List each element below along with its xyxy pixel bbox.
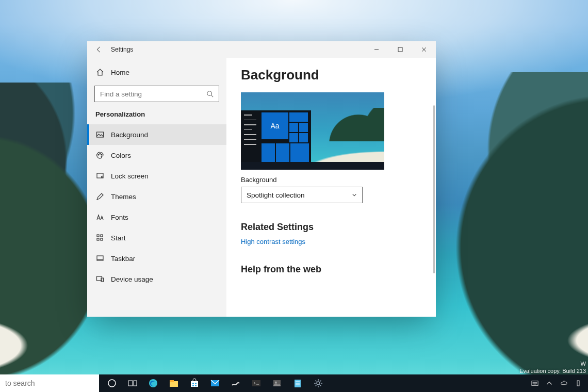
notepad-icon[interactable] bbox=[292, 378, 303, 389]
content-pane: Background bbox=[226, 58, 436, 317]
fonts-icon bbox=[95, 213, 105, 222]
taskbar-search-field[interactable] bbox=[5, 379, 95, 387]
svg-rect-0 bbox=[398, 47, 402, 52]
tray-overflow-icon[interactable] bbox=[545, 379, 554, 388]
watermark: W Evaluation copy. Build 213 bbox=[519, 360, 586, 374]
home-icon bbox=[95, 68, 105, 77]
svg-rect-20 bbox=[170, 380, 174, 382]
maximize-button[interactable] bbox=[388, 41, 412, 58]
svg-point-5 bbox=[101, 154, 102, 155]
svg-rect-11 bbox=[101, 238, 103, 240]
terminal-icon[interactable] bbox=[251, 378, 262, 389]
back-button[interactable] bbox=[87, 41, 111, 58]
store-icon[interactable] bbox=[189, 378, 200, 389]
sidebar-item-label: Colors bbox=[111, 152, 131, 159]
settings-taskbar-icon[interactable] bbox=[313, 378, 324, 389]
sidebar-item-label: Device usage bbox=[111, 275, 153, 283]
watermark-line: Evaluation copy. Build 213 bbox=[519, 367, 586, 374]
search-icon bbox=[206, 90, 214, 97]
section-header: Personalization bbox=[87, 107, 226, 124]
svg-rect-14 bbox=[101, 278, 104, 282]
watermark-line: W bbox=[519, 360, 586, 367]
svg-rect-21 bbox=[191, 381, 198, 387]
settings-window: Settings Home bbox=[87, 41, 436, 317]
svg-rect-24 bbox=[192, 385, 194, 386]
scrollbar-thumb[interactable] bbox=[433, 105, 435, 273]
taskbar-search[interactable] bbox=[0, 374, 99, 392]
device-icon bbox=[95, 274, 105, 284]
picture-icon bbox=[95, 130, 105, 139]
help-from-web-header: Help from the web bbox=[241, 264, 421, 275]
taskbar-icon bbox=[95, 254, 105, 263]
mail-icon[interactable] bbox=[209, 378, 221, 389]
taskbar bbox=[0, 374, 588, 392]
svg-point-4 bbox=[100, 153, 101, 154]
sidebar-item-label: Lock screen bbox=[111, 172, 149, 180]
svg-rect-23 bbox=[195, 383, 197, 384]
sidebar-item-themes[interactable]: Themes bbox=[87, 186, 226, 207]
svg-rect-2 bbox=[97, 132, 104, 137]
background-dropdown[interactable]: Spotlight collection bbox=[241, 187, 363, 203]
close-button[interactable] bbox=[412, 41, 436, 58]
background-dropdown-label: Background bbox=[241, 176, 421, 184]
sidebar-item-taskbar[interactable]: Taskbar bbox=[87, 248, 226, 269]
svg-rect-22 bbox=[192, 383, 194, 384]
desktop: W Evaluation copy. Build 213 Settings bbox=[0, 0, 588, 392]
edge-icon[interactable] bbox=[148, 378, 159, 389]
preview-start-menu: Aa bbox=[241, 110, 311, 162]
task-view-icon[interactable] bbox=[127, 378, 138, 389]
minimize-button[interactable] bbox=[365, 41, 388, 58]
preview-tile-text: Aa bbox=[270, 122, 279, 130]
palette-icon bbox=[95, 151, 105, 160]
tray-input-indicator[interactable] bbox=[530, 379, 540, 388]
related-settings-header: Related Settings bbox=[241, 222, 421, 233]
photo-icon[interactable] bbox=[271, 378, 283, 389]
explorer-icon[interactable] bbox=[168, 378, 179, 389]
sidebar-item-device-usage[interactable]: Device usage bbox=[87, 269, 226, 289]
svg-point-3 bbox=[98, 154, 99, 155]
svg-rect-17 bbox=[134, 381, 137, 386]
cortana-icon[interactable] bbox=[106, 378, 118, 389]
home-button[interactable]: Home bbox=[87, 62, 226, 83]
pencil-icon bbox=[95, 192, 105, 201]
svg-rect-33 bbox=[577, 381, 579, 386]
page-title: Background bbox=[241, 67, 421, 83]
window-title: Settings bbox=[111, 46, 133, 53]
chevron-down-icon bbox=[352, 192, 357, 198]
system-tray bbox=[525, 374, 588, 392]
search-input[interactable] bbox=[94, 86, 219, 102]
svg-point-1 bbox=[207, 91, 212, 96]
svg-point-31 bbox=[317, 382, 320, 385]
sidebar-item-fonts[interactable]: Fonts bbox=[87, 207, 226, 227]
titlebar: Settings bbox=[87, 41, 436, 58]
sidebar: Home Personalization Background bbox=[87, 58, 226, 317]
svg-point-7 bbox=[101, 176, 103, 177]
sidebar-item-lockscreen[interactable]: Lock screen bbox=[87, 166, 226, 186]
background-preview: Aa bbox=[241, 92, 384, 170]
svg-rect-12 bbox=[97, 256, 103, 260]
svg-rect-10 bbox=[97, 238, 99, 240]
home-label: Home bbox=[111, 69, 129, 76]
whiteboard-icon[interactable] bbox=[230, 378, 241, 389]
svg-point-15 bbox=[108, 380, 116, 387]
sidebar-item-label: Background bbox=[111, 131, 148, 139]
sidebar-item-colors[interactable]: Colors bbox=[87, 145, 226, 166]
search-field[interactable] bbox=[100, 90, 206, 98]
svg-rect-6 bbox=[97, 173, 103, 178]
high-contrast-link[interactable]: High contrast settings bbox=[241, 238, 305, 246]
tray-unknown-icon[interactable] bbox=[574, 379, 583, 388]
grid-icon bbox=[95, 233, 105, 242]
sidebar-item-label: Themes bbox=[111, 193, 136, 201]
svg-rect-27 bbox=[252, 380, 260, 386]
sidebar-item-label: Fonts bbox=[111, 214, 128, 221]
sidebar-item-start[interactable]: Start bbox=[87, 227, 226, 248]
sidebar-item-label: Taskbar bbox=[111, 255, 135, 263]
lockscreen-icon bbox=[95, 171, 105, 181]
tray-onedrive-icon[interactable] bbox=[559, 379, 568, 388]
svg-rect-25 bbox=[195, 385, 197, 386]
dropdown-value: Spotlight collection bbox=[247, 191, 305, 199]
svg-rect-9 bbox=[101, 235, 103, 237]
svg-rect-16 bbox=[128, 381, 133, 386]
sidebar-item-label: Start bbox=[111, 234, 126, 242]
sidebar-item-background[interactable]: Background bbox=[87, 124, 226, 145]
